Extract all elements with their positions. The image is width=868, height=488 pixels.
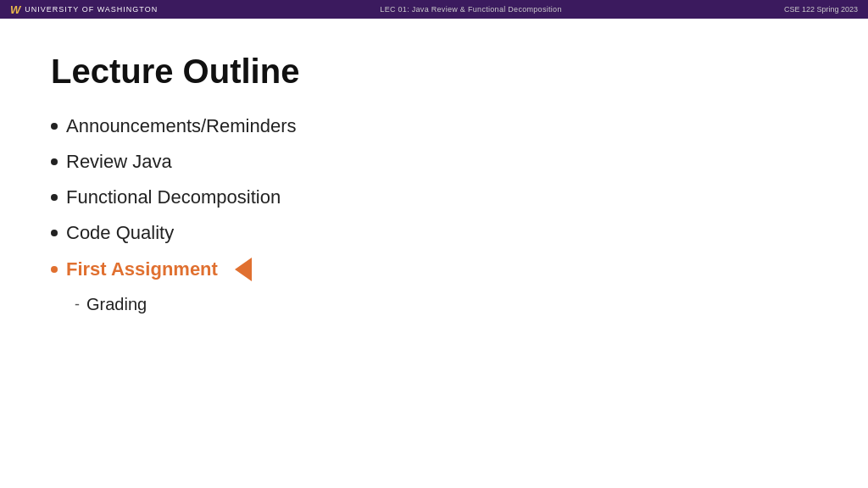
bullet-item-functional: Functional Decomposition xyxy=(51,186,817,208)
bullet-dot xyxy=(51,194,58,201)
bullet-item-review-java: Review Java xyxy=(51,151,817,173)
bullet-dot xyxy=(51,123,58,130)
bullet-list: Announcements/Reminders Review Java Func… xyxy=(51,115,817,281)
uw-w-letter: W xyxy=(10,3,20,16)
bullet-dot-highlighted xyxy=(51,266,58,273)
slide-title: Lecture Outline xyxy=(51,53,817,90)
bullet-dot xyxy=(51,230,58,236)
uw-university-text: UNIVERSITY of WASHINGTON xyxy=(25,5,158,14)
top-bar: W UNIVERSITY of WASHINGTON LEC 01: Java … xyxy=(0,0,868,19)
sub-bullet-grading: - Grading xyxy=(75,295,817,314)
bullet-item-code-quality: Code Quality xyxy=(51,222,817,244)
bullet-dot xyxy=(51,158,58,165)
slide-content: Lecture Outline Announcements/Reminders … xyxy=(0,19,868,488)
sub-bullet-list: - Grading xyxy=(75,295,817,314)
bullet-text-first-assignment: First Assignment xyxy=(66,258,218,280)
bullet-text-announcements: Announcements/Reminders xyxy=(66,115,296,137)
sub-bullet-text-grading: Grading xyxy=(86,295,147,314)
bullet-text-functional: Functional Decomposition xyxy=(66,186,281,208)
arrow-pointer-icon xyxy=(235,258,252,281)
bullet-item-first-assignment: First Assignment xyxy=(51,258,817,281)
uw-logo: W UNIVERSITY of WASHINGTON xyxy=(10,3,158,16)
sub-dash: - xyxy=(75,296,80,313)
lecture-title: LEC 01: Java Review & Functional Decompo… xyxy=(380,5,561,14)
course-info: CSE 122 Spring 2023 xyxy=(784,5,858,14)
bullet-item-announcements: Announcements/Reminders xyxy=(51,115,817,137)
bullet-text-code-quality: Code Quality xyxy=(66,222,174,244)
bullet-text-review-java: Review Java xyxy=(66,151,172,173)
